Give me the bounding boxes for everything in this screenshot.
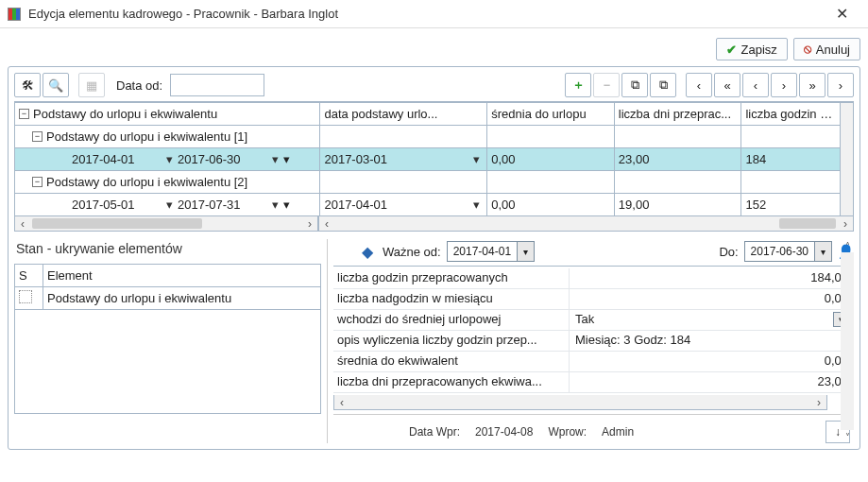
dropdown-icon[interactable]: ▾: [469, 152, 483, 166]
nav-next3-button[interactable]: ›: [827, 73, 854, 97]
wrench-icon: 🛠: [22, 78, 34, 93]
nav-next-button[interactable]: ›: [771, 73, 797, 97]
col-hours[interactable]: liczba godzin prz: [741, 103, 840, 126]
g1-days[interactable]: 23,00: [614, 148, 741, 171]
close-icon[interactable]: ✕: [823, 5, 860, 23]
field-label: średnia do ekwiwalent: [333, 352, 570, 371]
chevron-up-icon[interactable]: ˄: [841, 239, 854, 252]
sheet-button: ▦: [78, 73, 105, 97]
field-value[interactable]: 0,00: [570, 352, 854, 371]
nav-next2-button[interactable]: »: [799, 73, 825, 97]
list-item[interactable]: Podstawy do urlopu i ekwiwalentu: [15, 287, 321, 310]
sheet-icon: ▦: [86, 78, 97, 93]
cancel-icon: ⦸: [804, 42, 811, 57]
col-basis-date[interactable]: data podstawy urlo...: [320, 103, 487, 126]
dup-right-button[interactable]: ⧉: [650, 73, 676, 97]
valid-from-label: Ważne od:: [383, 245, 441, 259]
g2-to[interactable]: 2017-07-31: [178, 198, 241, 212]
dropdown-icon[interactable]: ▾: [469, 198, 483, 212]
app-icon: [8, 8, 21, 21]
dropdown-icon[interactable]: ▾: [814, 242, 831, 261]
tools-button[interactable]: 🛠: [14, 73, 41, 97]
grid-hscroll-left[interactable]: ‹›: [14, 216, 318, 232]
double-chevron-right-icon: »: [808, 78, 815, 93]
chevron-left-icon: ‹: [754, 78, 757, 93]
cancel-button[interactable]: ⦸ Anuluj: [793, 38, 860, 60]
magnifier-icon: 🔍: [48, 78, 63, 93]
field-value[interactable]: Miesiąc: 3 Godz: 184: [570, 331, 854, 351]
g2-basis[interactable]: 2017-04-01: [324, 198, 387, 212]
dropdown-icon[interactable]: ▾: [283, 198, 290, 212]
detail-vscroll[interactable]: ˄ ˅: [841, 239, 854, 443]
field-value[interactable]: 0,00: [570, 289, 854, 309]
date-from-label: Data od:: [116, 78, 162, 93]
grid-vscroll[interactable]: [840, 103, 853, 216]
date-from-input[interactable]: [170, 74, 264, 96]
tree-g2-label: Podstawy do urlopu i ekwiwalentu [2]: [46, 175, 247, 189]
col-days[interactable]: liczba dni przeprac...: [614, 103, 741, 126]
detail-hscroll[interactable]: ‹›: [333, 395, 827, 410]
g2-days[interactable]: 19,00: [614, 194, 741, 216]
book-icon: ◆: [362, 243, 373, 261]
dropdown-icon[interactable]: ▾: [268, 198, 281, 212]
g1-basis[interactable]: 2017-03-01: [324, 152, 387, 166]
g2-hours[interactable]: 152: [741, 194, 840, 216]
tree-root-label: Podstawy do urlopu i ekwiwalentu: [33, 107, 217, 121]
dup-left-button[interactable]: ⧉: [621, 73, 648, 97]
g1-hours[interactable]: 184: [741, 148, 840, 171]
valid-from-value: 2017-04-01: [448, 245, 517, 258]
field-value[interactable]: 184,00: [570, 268, 854, 288]
col-avg[interactable]: średnia do urlopu: [487, 103, 615, 126]
g1-to[interactable]: 2017-06-30: [178, 152, 241, 166]
state-panel-title: Stan - ukrywanie elementów: [16, 241, 321, 256]
col-element[interactable]: Element: [43, 265, 321, 287]
field-value[interactable]: Tak▾: [570, 310, 854, 330]
detail-fields: liczba godzin przepracowanych184,00 licz…: [333, 268, 854, 393]
field-label: liczba godzin przepracowanych: [333, 268, 570, 288]
date-wpr-value: 2017-04-08: [475, 425, 533, 439]
add-button[interactable]: ＋: [565, 73, 591, 97]
wprow-value: Admin: [602, 425, 634, 439]
nav-prev2-button[interactable]: «: [714, 73, 740, 97]
save-button[interactable]: ✔ Zapisz: [716, 38, 788, 60]
tree-collapse-g1[interactable]: −: [32, 131, 43, 142]
g2-from[interactable]: 2017-05-01: [72, 198, 135, 212]
window-title: Edycja elementu kadrowego - Pracownik - …: [28, 7, 823, 21]
field-label: liczba nadgodzin w miesiącu: [333, 289, 570, 309]
nav-prev-button[interactable]: ‹: [686, 73, 712, 97]
remove-button: －: [593, 73, 620, 97]
valid-to-label: Do:: [719, 245, 738, 259]
dropdown-icon[interactable]: ▾: [162, 152, 176, 166]
field-value[interactable]: 23,00: [570, 372, 854, 392]
double-chevron-left-icon: «: [723, 78, 730, 93]
grid-row[interactable]: 2017-05-01▾ 2017-07-31▾ ▾ 2017-04-01▾ 0,…: [15, 194, 854, 216]
dropdown-icon[interactable]: ▾: [268, 152, 281, 166]
tree-collapse-root[interactable]: −: [19, 109, 29, 119]
nav-prev3-button[interactable]: ‹: [742, 73, 769, 97]
date-wpr-label: Data Wpr:: [409, 425, 460, 439]
tree-collapse-g2[interactable]: −: [32, 177, 43, 187]
dropdown-icon[interactable]: ▾: [162, 198, 176, 212]
g2-avg[interactable]: 0,00: [487, 194, 615, 216]
main-grid[interactable]: − Podstawy do urlopu i ekwiwalentu data …: [14, 102, 854, 216]
dropdown-icon[interactable]: ▾: [283, 152, 290, 166]
valid-to-input[interactable]: 2017-06-30 ▾: [744, 241, 832, 262]
state-grid[interactable]: S Element Podstawy do urlopu i ekwiwalen…: [14, 264, 321, 414]
chevron-down-icon[interactable]: ˅: [841, 430, 854, 443]
grid-hscroll-right[interactable]: ‹›: [318, 216, 854, 232]
search-button[interactable]: 🔍: [43, 73, 69, 97]
g1-avg[interactable]: 0,00: [487, 148, 615, 171]
chevron-right-icon: ›: [839, 78, 842, 93]
grid-row-selected[interactable]: 2017-04-01▾ 2017-06-30▾ ▾ 2017-03-01▾ 0,…: [15, 148, 854, 171]
chevron-left-icon: ‹: [697, 78, 701, 93]
tree-g1-label: Podstawy do urlopu i ekwiwalentu [1]: [46, 129, 247, 144]
check-icon: ✔: [726, 43, 737, 57]
save-label: Zapisz: [741, 43, 777, 57]
checkbox[interactable]: [19, 290, 32, 303]
field-label: liczba dni przepracowanych ekwiwa...: [333, 372, 570, 392]
col-s[interactable]: S: [15, 265, 43, 287]
g1-from[interactable]: 2017-04-01: [72, 152, 135, 166]
valid-to-value: 2017-06-30: [745, 245, 814, 258]
dropdown-icon[interactable]: ▾: [517, 242, 534, 261]
valid-from-input[interactable]: 2017-04-01 ▾: [447, 241, 535, 262]
